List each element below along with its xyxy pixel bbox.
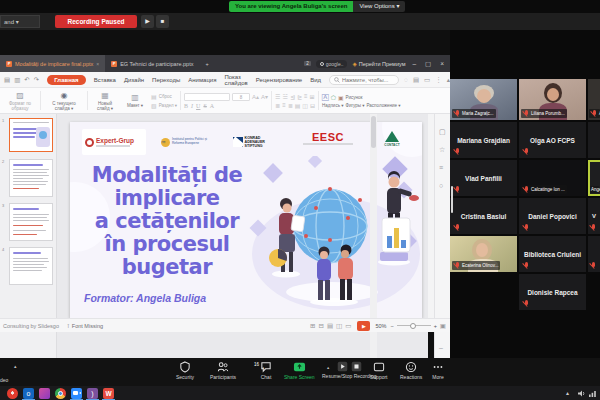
share-window-icon[interactable]: ▤ (413, 76, 419, 84)
doc-tab-active[interactable]: P Modalități de implicare final.pptx × (0, 55, 105, 72)
zoom-icon[interactable] (71, 388, 82, 399)
tab-home[interactable]: Главная (47, 75, 85, 85)
participant-tile[interactable]: Mariana Grajdian (450, 122, 517, 158)
tab-design[interactable]: Дизайн (124, 77, 144, 83)
wps-icon[interactable]: W (103, 388, 114, 399)
numbering-icon[interactable]: ☱ (282, 93, 287, 100)
settings-panel-icon[interactable]: ≡ (439, 164, 443, 171)
photos-icon[interactable] (39, 388, 50, 399)
shapes-button[interactable]: Фигуры ▾ (345, 103, 364, 108)
format-painter-button[interactable]: ▨ Формат по образцу (0, 88, 40, 113)
tab-transitions[interactable]: Переходы (152, 77, 180, 83)
new-tab-button[interactable]: + (199, 55, 214, 72)
doc-tab-inactive[interactable]: P EG Tehnici de participare.pptx (105, 55, 199, 72)
share-screen-button[interactable]: Share Screen ▴ (284, 361, 315, 380)
tab-animation[interactable]: Анимация (188, 77, 216, 83)
slide-thumbnail-1[interactable] (9, 118, 53, 152)
reactions-button[interactable]: Reactions (400, 361, 422, 380)
more-menu-icon[interactable]: ⋮ (435, 76, 442, 84)
indent-more-icon[interactable]: ⊵ (297, 93, 302, 100)
more-button[interactable]: More (432, 361, 444, 380)
network-icon[interactable] (589, 390, 597, 397)
stop-recording-button[interactable]: ■ (156, 15, 169, 28)
justify-icon[interactable]: ▤ (295, 102, 301, 109)
slide-thumbnail-3[interactable] (9, 203, 53, 241)
shrink-font-icon[interactable]: A▾ (261, 93, 268, 100)
strikethrough-button[interactable]: S (203, 103, 206, 109)
arrange-button[interactable]: Расположение ▾ (367, 103, 401, 108)
font-size-select[interactable]: 8 (232, 93, 250, 101)
align-left-icon[interactable]: ≣ (275, 102, 280, 109)
text-direction-icon[interactable]: ⊞ (309, 93, 314, 100)
participant-tile[interactable]: Vlad Panfilii (450, 160, 517, 196)
participant-tile[interactable]: Olga AO FCPS (519, 122, 586, 158)
fit-slide-icon[interactable]: ▣ (440, 322, 446, 330)
go-premium-button[interactable]: ◈Перейти Премиум (352, 61, 405, 67)
chat-button[interactable]: Chat (260, 361, 272, 380)
notes-view-icon[interactable]: ◫ (336, 322, 342, 330)
participant-tile[interactable]: Daniel Popovici (519, 198, 586, 234)
minimize-button[interactable]: – (410, 60, 418, 67)
reset-button[interactable]: ▤Сброс (151, 93, 177, 100)
zoom-slider[interactable] (397, 325, 431, 326)
slide-thumbnail-4[interactable] (9, 247, 53, 285)
view-options-button[interactable]: View Options ▾ (353, 1, 405, 12)
normal-view-icon[interactable]: ⊞ (310, 322, 315, 330)
participant-tile-cut[interactable]: V (588, 198, 600, 234)
tab-view[interactable]: Вид (310, 77, 321, 83)
participant-video[interactable]: Calcatinge Ion ... (519, 160, 586, 196)
save-icon[interactable]: ▤ (4, 76, 10, 84)
underline-button[interactable]: U (196, 103, 200, 109)
redo-icon[interactable]: ↷ (34, 76, 39, 84)
outline-view-icon[interactable]: ⊟ (318, 322, 323, 330)
tray-chevron-icon[interactable]: ▴ (566, 389, 569, 396)
participant-tile[interactable]: Cristina Basiul (450, 198, 517, 234)
security-button[interactable]: Security (176, 361, 194, 380)
section-button[interactable]: ▧Раздел ▾ (151, 102, 177, 109)
font-color-button[interactable]: A (210, 103, 214, 109)
panel-scrollbar[interactable] (451, 186, 453, 213)
reading-view-icon[interactable]: ▭ (345, 322, 351, 330)
play-from-current-button[interactable]: ◉ С текущего слайда ▾ (41, 88, 87, 113)
meeting-info-fragment[interactable]: and ▾ (0, 15, 40, 28)
columns-icon[interactable]: ◫ (302, 102, 308, 109)
resume-stop-recording-button[interactable]: Resume/Stop Recording (322, 361, 376, 379)
user-icon[interactable]: ◌ (404, 76, 408, 83)
star-panel-icon[interactable]: ☆ (439, 146, 445, 154)
textbox-button[interactable]: Надпись ▾ (322, 103, 343, 108)
share-panel-icon[interactable]: ▢ (439, 128, 446, 136)
chrome-icon[interactable] (55, 388, 66, 399)
bullets-icon[interactable]: ☰ (275, 93, 280, 100)
opera-icon[interactable] (7, 388, 18, 399)
line-spacing-icon[interactable]: ≡ (304, 93, 308, 99)
participant-video[interactable]: Ecaterina Olinov... (450, 236, 517, 272)
align-text-icon[interactable]: ⊟ (310, 102, 315, 109)
new-slide-button[interactable]: ▦ Новый слайд ▾ (88, 88, 122, 113)
participant-video-cut[interactable]: Al... (588, 79, 600, 120)
bold-button[interactable]: B (184, 103, 188, 109)
indent-less-icon[interactable]: ⊴ (290, 93, 295, 100)
restore-button[interactable]: ▢ (423, 60, 433, 68)
tab-review[interactable]: Рецензирование (256, 77, 302, 83)
collapse-panel-icon[interactable]: – (439, 344, 443, 351)
picture-button[interactable]: Рисунок (346, 95, 363, 100)
play-slideshow-button[interactable]: ▶ (357, 321, 370, 331)
zoom-out-button[interactable]: − (390, 323, 393, 329)
account-pill[interactable]: google.. (316, 60, 348, 68)
participant-video[interactable]: Maria Zagrațc... (450, 79, 517, 120)
support-button[interactable]: Support (370, 361, 388, 380)
ribbon-search[interactable] (329, 75, 399, 85)
video-menu-caret[interactable]: ▴ (14, 363, 17, 369)
comments-icon[interactable]: ▭ (424, 76, 430, 84)
participants-button[interactable]: Participants 16 ▴ (210, 361, 236, 380)
italic-button[interactable]: I (191, 103, 193, 109)
participant-tile-cut[interactable] (588, 236, 600, 272)
slide-sorter-icon[interactable]: ▤ (327, 322, 333, 330)
print-icon[interactable]: ▥ (14, 76, 20, 84)
zoom-level[interactable]: 50% (375, 323, 386, 329)
participant-tile[interactable]: Biblioteca Criuleni (519, 236, 586, 272)
speaker-icon[interactable] (578, 390, 586, 397)
font-missing-warning[interactable]: ⊺ (67, 323, 70, 329)
font-family-select[interactable] (184, 93, 230, 101)
stop-video-label-fragment[interactable]: deo (0, 377, 8, 383)
